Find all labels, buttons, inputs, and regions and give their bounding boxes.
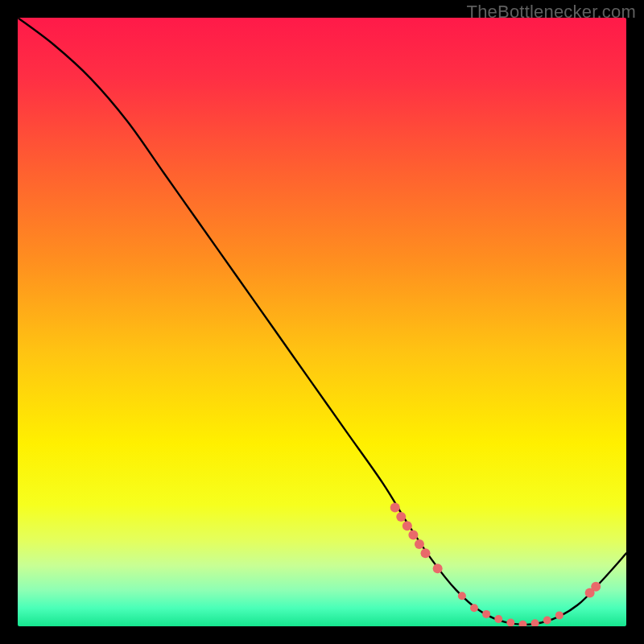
marker-dot	[555, 611, 564, 619]
marker-dot	[408, 530, 418, 540]
plot-area	[18, 18, 626, 626]
marker-dot	[591, 582, 601, 592]
marker-dot	[390, 503, 400, 513]
marker-dot	[531, 619, 539, 626]
marker-dot	[494, 615, 502, 623]
bottleneck-curve-line	[18, 18, 626, 625]
chart-svg	[18, 18, 626, 626]
chart-frame: TheBottlenecker.com	[0, 0, 644, 644]
marker-dot	[458, 592, 466, 600]
marker-dot	[482, 610, 490, 618]
marker-dot	[433, 564, 443, 573]
marker-dot	[402, 521, 412, 530]
marker-dot	[421, 548, 431, 558]
marker-dot	[415, 539, 424, 549]
marker-dot	[543, 616, 551, 624]
watermark-text: TheBottlenecker.com	[467, 2, 636, 23]
marker-dot	[470, 604, 478, 612]
marker-group	[390, 503, 601, 626]
marker-dot	[396, 512, 406, 522]
marker-dot	[518, 621, 526, 626]
marker-dot	[506, 618, 514, 626]
